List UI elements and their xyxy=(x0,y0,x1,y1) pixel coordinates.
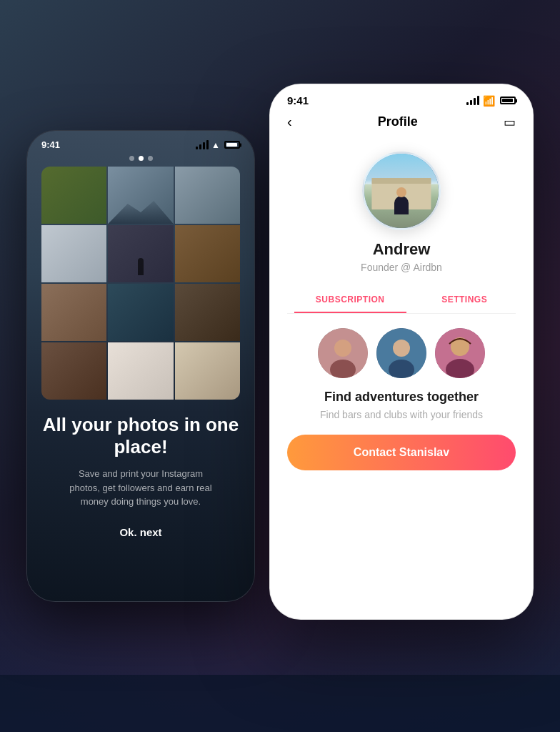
signal-bar-4 xyxy=(206,140,209,149)
photo-grid xyxy=(41,167,240,400)
back-button[interactable]: ‹ xyxy=(287,114,292,130)
left-time: 9:41 xyxy=(41,139,60,150)
left-subtitle: Save and print your Instagram photos, ge… xyxy=(62,467,219,509)
left-battery-icon xyxy=(224,141,240,149)
right-signal-bars xyxy=(466,96,479,105)
dot-3 xyxy=(148,156,153,161)
grid-cell-4 xyxy=(41,225,106,282)
profile-avatar xyxy=(362,152,441,230)
grid-cell-10 xyxy=(41,342,106,400)
friends-avatars xyxy=(318,328,485,378)
grid-cell-7 xyxy=(41,284,106,341)
adventures-title: Find adventures together xyxy=(324,390,479,405)
left-phone-content: 9:41 ▲ xyxy=(27,131,254,601)
nav-title: Profile xyxy=(378,114,418,129)
grid-cell-5 xyxy=(108,225,173,282)
right-signal-1 xyxy=(466,102,469,105)
profile-tabs: SUBSCRIPTION SETTINGS xyxy=(287,287,516,314)
person-figure xyxy=(394,196,409,214)
profile-subtitle: Founder @ Airdbn xyxy=(361,262,442,273)
signal-bar-3 xyxy=(203,142,205,149)
ok-next-button[interactable]: Ok. next xyxy=(119,526,161,538)
contact-button[interactable]: Contact Stanislav xyxy=(287,435,516,470)
profile-name: Andrew xyxy=(373,240,431,259)
adventures-subtitle: Find bars and clubs with your friends xyxy=(320,409,483,420)
friend-face-2 xyxy=(376,328,426,378)
friends-section: Find adventures together Find bars and c… xyxy=(270,328,533,470)
right-time: 9:41 xyxy=(287,94,309,107)
right-battery-icon xyxy=(500,97,516,104)
left-battery-fill xyxy=(226,143,237,147)
left-status-bar: 9:41 ▲ xyxy=(27,131,254,150)
friend-face-1 xyxy=(318,328,368,378)
left-status-icons: ▲ xyxy=(196,140,240,150)
friend-face-3 xyxy=(435,328,485,378)
right-battery-fill xyxy=(502,99,513,102)
friend-avatar-3 xyxy=(435,328,485,378)
left-signal-bars xyxy=(196,140,209,149)
grid-cell-1 xyxy=(41,167,106,224)
background-dock xyxy=(0,675,560,732)
right-phone: 9:41 📶 ‹ Profile ▭ xyxy=(269,84,534,620)
left-text-section: All your photos in one place! Save and p… xyxy=(27,400,254,601)
right-signal-2 xyxy=(470,100,472,105)
left-main-title: All your photos in one place! xyxy=(41,414,240,458)
right-wifi-icon: 📶 xyxy=(483,95,495,107)
tab-subscription[interactable]: SUBSCRIPTION xyxy=(294,287,406,313)
svg-point-1 xyxy=(334,340,351,357)
svg-point-4 xyxy=(393,340,410,357)
tab-settings[interactable]: SETTINGS xyxy=(420,287,509,313)
grid-cell-9 xyxy=(175,284,240,341)
profile-section: Andrew Founder @ Airdbn SUBSCRIPTION SET… xyxy=(270,137,533,328)
right-status-bar: 9:41 📶 xyxy=(270,84,533,107)
grid-cell-8 xyxy=(108,284,173,341)
grid-cell-11 xyxy=(108,342,173,400)
signal-bar-2 xyxy=(199,144,201,149)
left-wifi-icon: ▲ xyxy=(211,140,220,150)
right-signal-3 xyxy=(474,98,476,105)
signal-bar-1 xyxy=(196,147,198,149)
right-signal-4 xyxy=(477,96,479,105)
grid-cell-12 xyxy=(175,342,240,400)
bookmark-icon[interactable]: ▭ xyxy=(504,114,516,130)
grid-cell-2 xyxy=(108,167,173,224)
friend-avatar-2 xyxy=(376,328,426,378)
left-phone: 9:41 ▲ xyxy=(26,130,255,602)
dot-1 xyxy=(129,156,134,161)
phones-container: 9:41 ▲ xyxy=(26,112,534,620)
grid-cell-3 xyxy=(175,167,240,224)
dot-indicators xyxy=(27,150,254,167)
friend-avatar-1 xyxy=(318,328,368,378)
right-status-icons: 📶 xyxy=(466,95,516,107)
dot-2-active xyxy=(139,156,144,161)
nav-bar: ‹ Profile ▭ xyxy=(270,107,533,137)
grid-cell-6 xyxy=(175,225,240,282)
